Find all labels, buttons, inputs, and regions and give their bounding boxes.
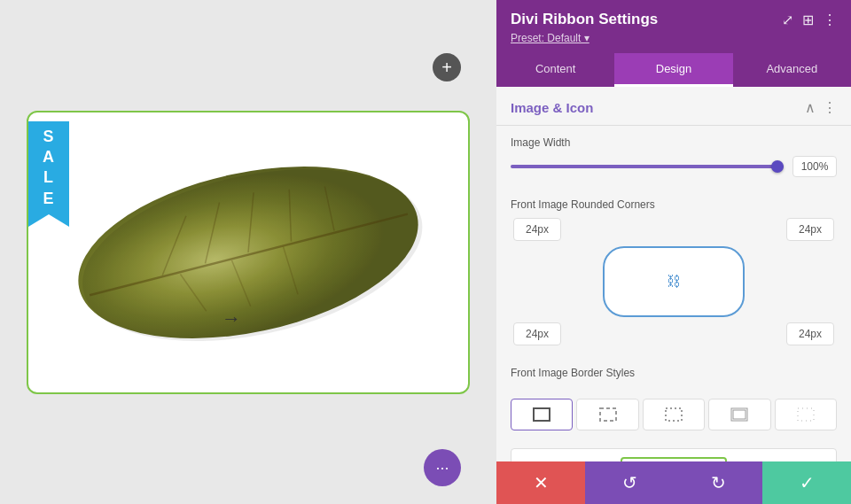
border-style-none[interactable] — [775, 399, 837, 430]
svg-rect-15 — [733, 410, 746, 419]
redo-icon: ↻ — [711, 472, 726, 493]
panel-body: Image & Icon ∧ ⋮ Image Width 100% Front … — [496, 87, 851, 461]
rounded-corners-label: Front Image Rounded Corners — [511, 198, 837, 211]
image-width-label: Image Width — [511, 136, 837, 149]
more-icon: ··· — [435, 459, 449, 477]
panel-title: Divi Ribbon Settings — [511, 11, 658, 28]
link-corners-icon[interactable]: ⛓ — [667, 274, 681, 290]
border-styles-field: Front Image Border Styles — [496, 356, 851, 390]
border-style-dashed[interactable] — [576, 399, 638, 430]
header-icons: ⤢ ⊞ ⋮ — [782, 12, 837, 28]
tab-advanced[interactable]: Advanced — [733, 53, 851, 87]
section-options-icon[interactable]: ⋮ — [823, 99, 837, 116]
leaf-image — [53, 128, 443, 376]
add-element-button[interactable]: + — [433, 53, 461, 81]
slider-thumb[interactable] — [771, 160, 784, 173]
fullscreen-icon[interactable]: ⤢ — [782, 12, 793, 28]
corner-top-right[interactable]: 24px — [786, 218, 834, 241]
border-style-solid[interactable] — [511, 399, 573, 430]
preset-selector[interactable]: Preset: Default ▾ — [511, 32, 837, 44]
cancel-icon: ✕ — [534, 472, 549, 493]
leaf-svg — [62, 146, 434, 359]
corner-top-left[interactable]: 24px — [513, 218, 561, 241]
action-bar: ✕ ↺ ↻ ✓ — [496, 461, 851, 504]
layout-icon[interactable]: ⊞ — [802, 12, 814, 28]
reset-button[interactable]: ↺ — [585, 461, 674, 504]
section-title: Image & Icon — [511, 100, 593, 115]
ribbon-text: SALE — [43, 128, 55, 207]
border-dotted-icon — [665, 407, 683, 422]
corners-grid: 24px 24px ⛓ 24px 24px — [511, 218, 837, 345]
settings-panel: Divi Ribbon Settings ⤢ ⊞ ⋮ Preset: Defau… — [496, 0, 851, 504]
image-width-value[interactable]: 100% — [792, 156, 837, 177]
more-header-icon[interactable]: ⋮ — [823, 12, 837, 28]
corners-preview: ⛓ — [603, 246, 745, 317]
panel-tabs: Content Design Advanced — [496, 53, 851, 87]
sale-ribbon: SALE — [28, 121, 69, 215]
corner-bottom-right[interactable]: 24px — [786, 322, 834, 345]
svg-rect-11 — [534, 408, 550, 421]
border-style-dotted[interactable] — [643, 399, 705, 430]
reset-icon: ↺ — [622, 472, 637, 493]
rounded-corners-field: Front Image Rounded Corners 24px 24px ⛓ … — [496, 188, 851, 356]
border-preview-area — [511, 448, 837, 461]
svg-rect-13 — [666, 408, 682, 421]
cancel-button[interactable]: ✕ — [496, 461, 585, 504]
image-width-track[interactable] — [511, 165, 784, 168]
plus-icon: + — [441, 58, 452, 76]
svg-point-10 — [66, 146, 434, 359]
border-dashed-icon — [599, 407, 617, 422]
redo-button[interactable]: ↻ — [674, 461, 762, 504]
border-styles-row — [496, 390, 851, 439]
section-image-icon: Image & Icon ∧ ⋮ — [496, 87, 851, 126]
image-width-slider-row: 100% — [511, 156, 837, 177]
confirm-button[interactable]: ✓ — [762, 461, 851, 504]
slider-fill — [511, 165, 784, 168]
confirm-icon: ✓ — [800, 472, 815, 493]
svg-rect-16 — [798, 408, 814, 421]
border-styles-label: Front Image Border Styles — [511, 367, 837, 379]
tab-content[interactable]: Content — [496, 53, 614, 87]
border-solid-icon — [533, 407, 550, 422]
svg-rect-12 — [600, 408, 616, 421]
more-options-button[interactable]: ··· — [424, 449, 461, 486]
border-style-double[interactable] — [708, 399, 770, 430]
canvas-area: + SALE — [0, 0, 496, 504]
collapse-section-icon[interactable]: ∧ — [805, 99, 816, 116]
card-wrapper: SALE — [27, 111, 470, 394]
image-width-field: Image Width 100% — [496, 126, 851, 188]
panel-header: Divi Ribbon Settings ⤢ ⊞ ⋮ Preset: Defau… — [496, 0, 851, 53]
border-none-icon — [797, 407, 815, 422]
border-double-icon — [730, 407, 748, 422]
corner-bottom-left[interactable]: 24px — [513, 322, 561, 345]
arrow-indicator: → — [222, 307, 241, 330]
tab-design[interactable]: Design — [614, 53, 732, 87]
